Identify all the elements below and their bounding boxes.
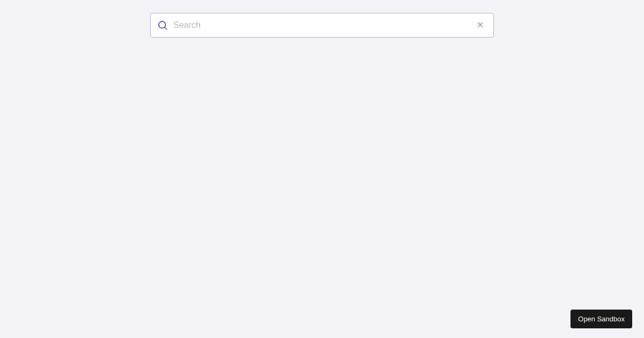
open-sandbox-button[interactable]: Open Sandbox <box>570 310 632 328</box>
search-input[interactable] <box>173 20 474 30</box>
svg-line-1 <box>165 27 167 30</box>
clear-button[interactable] <box>474 18 487 33</box>
close-icon <box>476 20 485 31</box>
search-icon <box>157 20 168 31</box>
search-box <box>150 13 494 38</box>
